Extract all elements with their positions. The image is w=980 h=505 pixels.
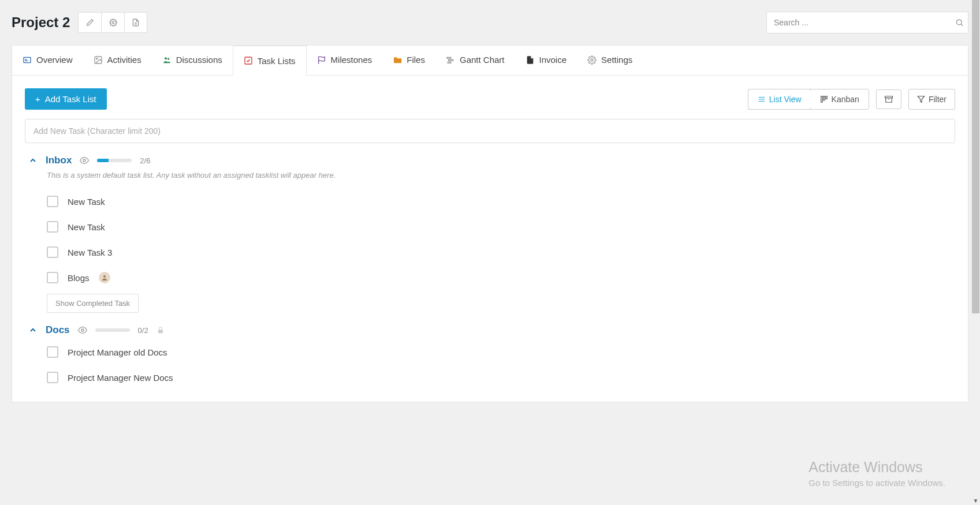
- view-toggle: List View Kanban: [748, 89, 869, 110]
- svg-rect-4: [25, 60, 28, 61]
- lock-icon: [156, 326, 165, 334]
- project-duplicate-button[interactable]: [124, 12, 147, 33]
- add-task-input[interactable]: [25, 119, 955, 143]
- progress-text: 2/6: [140, 156, 150, 165]
- task-label[interactable]: New Task 3: [68, 248, 112, 257]
- folder-icon: [393, 55, 402, 65]
- search-input[interactable]: [766, 12, 968, 33]
- scrollbar-track[interactable]: ▼: [971, 0, 980, 402]
- scrollbar-thumb[interactable]: [972, 0, 979, 313]
- svg-rect-10: [447, 57, 451, 58]
- tasklist-docs: Docs0/2Project Manager old DocsProject M…: [12, 324, 968, 402]
- list-view-label: List View: [769, 95, 802, 104]
- svg-point-7: [165, 57, 167, 59]
- svg-rect-18: [823, 96, 824, 100]
- task-checkbox[interactable]: [47, 346, 58, 358]
- edit-project-button[interactable]: [78, 12, 101, 33]
- svg-point-23: [81, 329, 84, 331]
- tasklist-title[interactable]: Docs: [46, 324, 70, 336]
- task-items: Project Manager old DocsProject Manager …: [47, 339, 955, 390]
- svg-point-1: [957, 20, 962, 25]
- project-title: Project 2: [12, 14, 70, 31]
- collapse-button[interactable]: [28, 156, 38, 165]
- tab-settings[interactable]: Settings: [577, 46, 643, 75]
- task-label[interactable]: Blogs: [68, 273, 90, 283]
- content-card: OverviewActivitiesDiscussionsTask ListsM…: [12, 45, 968, 402]
- tab-label: Task Lists: [258, 56, 296, 66]
- task-checkbox[interactable]: [47, 246, 58, 258]
- tab-gantt[interactable]: Gantt Chart: [435, 46, 515, 75]
- task-item: Blogs: [47, 265, 955, 290]
- svg-rect-9: [245, 57, 252, 64]
- tab-milestones[interactable]: Milestones: [307, 46, 383, 75]
- plus-icon: +: [35, 94, 40, 104]
- assignee-avatar[interactable]: [99, 272, 110, 283]
- add-tasklist-label: Add Task List: [45, 94, 96, 104]
- svg-rect-2: [24, 57, 31, 62]
- tasklist-inbox: Inbox2/6This is a system default task li…: [12, 155, 968, 324]
- svg-rect-19: [826, 96, 827, 99]
- svg-point-6: [96, 58, 97, 59]
- tab-label: Activities: [107, 55, 141, 65]
- image-icon: [94, 55, 103, 65]
- task-item: New Task: [47, 214, 955, 240]
- add-tasklist-button[interactable]: + Add Task List: [25, 88, 107, 110]
- tab-discussions[interactable]: Discussions: [152, 46, 233, 75]
- tab-activities[interactable]: Activities: [83, 46, 152, 75]
- task-checkbox[interactable]: [47, 272, 58, 283]
- tab-tasklists[interactable]: Task Lists: [233, 46, 307, 76]
- filter-button[interactable]: Filter: [908, 89, 955, 110]
- overview-icon: [23, 55, 32, 65]
- project-settings-button[interactable]: [101, 12, 124, 33]
- svg-rect-11: [449, 59, 453, 61]
- gear-icon: [587, 55, 597, 65]
- eye-icon[interactable]: [80, 156, 89, 165]
- svg-point-8: [167, 58, 169, 59]
- search-icon: [955, 18, 964, 27]
- task-item: Project Manager old Docs: [47, 339, 955, 365]
- tasklists-container: Inbox2/6This is a system default task li…: [12, 155, 968, 402]
- add-task-row: [25, 119, 955, 143]
- kanban-label: Kanban: [832, 95, 859, 104]
- archive-icon: [885, 95, 893, 103]
- task-checkbox[interactable]: [47, 221, 58, 233]
- flag-icon: [317, 55, 326, 65]
- collapse-button[interactable]: [28, 326, 38, 335]
- tab-label: Settings: [601, 55, 632, 65]
- search-button[interactable]: [955, 18, 964, 27]
- kanban-icon: [820, 95, 828, 103]
- task-label[interactable]: Project Manager old Docs: [68, 347, 167, 357]
- svg-point-13: [591, 59, 593, 61]
- project-action-group: [78, 12, 147, 33]
- task-label[interactable]: Project Manager New Docs: [68, 373, 173, 383]
- tab-label: Milestones: [331, 55, 372, 65]
- toolbar-right: List View Kanban Filter: [748, 89, 955, 110]
- task-label[interactable]: New Task: [68, 197, 105, 207]
- svg-point-21: [83, 159, 85, 162]
- task-checkbox[interactable]: [47, 196, 58, 207]
- kanban-view-button[interactable]: Kanban: [811, 89, 869, 109]
- show-completed-button[interactable]: Show Completed Task: [47, 294, 139, 313]
- document-icon: [132, 18, 140, 27]
- svg-point-0: [112, 21, 114, 24]
- tasklist-title[interactable]: Inbox: [46, 155, 72, 166]
- task-checkbox[interactable]: [47, 372, 58, 383]
- archive-button[interactable]: [876, 89, 901, 109]
- tab-files[interactable]: Files: [382, 46, 435, 75]
- list-icon: [758, 95, 766, 103]
- filter-icon: [917, 95, 925, 103]
- tab-invoice[interactable]: Invoice: [515, 46, 577, 75]
- progress-text: 0/2: [138, 326, 148, 335]
- tasklist-description: This is a system default task list. Any …: [47, 171, 955, 179]
- svg-rect-17: [821, 96, 822, 102]
- task-item: New Task 3: [47, 240, 955, 265]
- tabs: OverviewActivitiesDiscussionsTask ListsM…: [12, 46, 968, 76]
- eye-icon[interactable]: [78, 326, 87, 335]
- header-left: Project 2: [12, 12, 147, 33]
- task-label[interactable]: New Task: [68, 222, 105, 232]
- list-view-button[interactable]: List View: [748, 89, 811, 110]
- page-header: Project 2: [0, 0, 980, 45]
- tab-overview[interactable]: Overview: [12, 46, 83, 75]
- pencil-icon: [86, 18, 94, 27]
- tasklist-header: Inbox2/6: [28, 155, 955, 166]
